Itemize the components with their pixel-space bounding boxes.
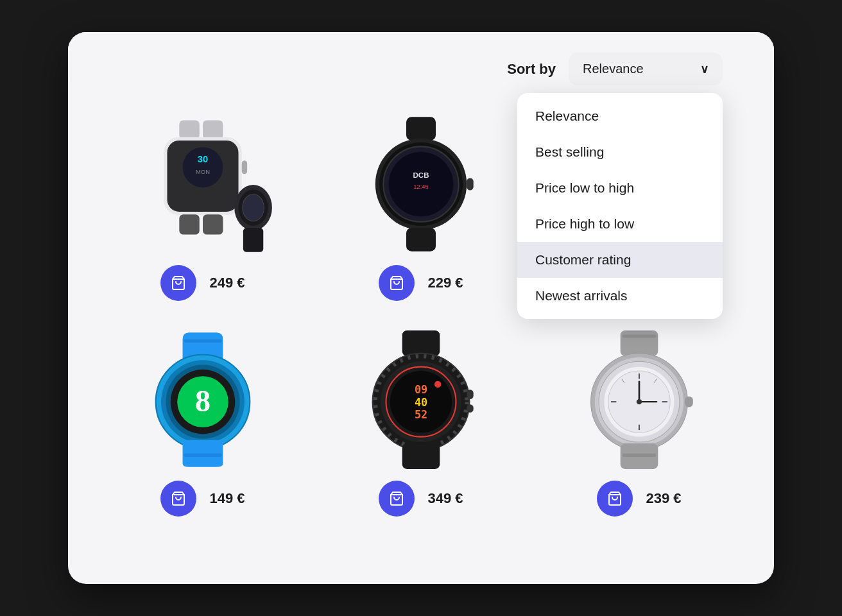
svg-rect-15 xyxy=(406,117,436,141)
product-price-5: 349 € xyxy=(427,490,463,507)
product-footer-2: 229 € xyxy=(379,265,463,301)
svg-rect-78 xyxy=(685,397,693,407)
product-card-5: 09 40 52 349 € xyxy=(312,316,530,532)
add-to-cart-button-2[interactable] xyxy=(379,265,415,301)
svg-point-54 xyxy=(434,381,441,388)
product-footer-4: 149 € xyxy=(160,481,245,517)
cart-icon-2 xyxy=(389,275,404,291)
cart-icon-6 xyxy=(607,491,623,506)
sort-option-price-low-high[interactable]: Price low to high xyxy=(517,170,723,206)
svg-rect-8 xyxy=(179,214,199,234)
svg-text:30: 30 xyxy=(198,154,208,164)
product-image-6 xyxy=(562,329,716,470)
product-footer-6: 239 € xyxy=(597,481,681,517)
product-price-2: 229 € xyxy=(427,275,463,291)
svg-rect-80 xyxy=(623,454,656,457)
svg-text:52: 52 xyxy=(415,408,427,421)
sort-bar: Sort by Relevance ∨ Relevance Best selli… xyxy=(68,32,774,101)
product-price-4: 149 € xyxy=(209,490,245,507)
sort-option-best-selling[interactable]: Best selling xyxy=(517,134,723,170)
svg-rect-22 xyxy=(467,178,473,191)
product-price-1: 249 € xyxy=(209,275,245,291)
sort-option-relevance[interactable]: Relevance xyxy=(517,98,723,134)
product-footer-1: 249 € xyxy=(160,265,245,301)
svg-rect-59 xyxy=(467,404,473,413)
svg-text:MON: MON xyxy=(196,168,210,175)
product-image-1: 30 MON xyxy=(126,114,280,255)
svg-rect-48 xyxy=(402,330,440,356)
svg-text:DCB: DCB xyxy=(413,171,429,179)
product-price-6: 239 € xyxy=(646,490,681,507)
svg-rect-46 xyxy=(184,454,222,457)
svg-point-77 xyxy=(637,399,642,404)
sort-dropdown-button[interactable]: Relevance ∨ xyxy=(569,53,723,85)
cart-icon-5 xyxy=(389,491,404,506)
svg-text:09: 09 xyxy=(415,383,427,396)
svg-rect-7 xyxy=(242,160,247,174)
cart-icon-1 xyxy=(171,275,186,291)
product-image-5: 09 40 52 xyxy=(344,329,498,470)
add-to-cart-button-1[interactable] xyxy=(160,265,196,301)
svg-text:40: 40 xyxy=(415,396,427,409)
svg-text:8: 8 xyxy=(195,384,210,418)
svg-rect-13 xyxy=(243,228,263,252)
svg-rect-39 xyxy=(184,339,222,343)
app-container: Sort by Relevance ∨ Relevance Best selli… xyxy=(68,32,774,584)
svg-rect-62 xyxy=(621,330,658,356)
add-to-cart-button-6[interactable] xyxy=(597,481,633,517)
svg-rect-60 xyxy=(402,443,440,469)
sort-selected-value: Relevance xyxy=(583,62,644,76)
product-card-2: DCB 12:45 229 € xyxy=(312,101,530,316)
svg-rect-9 xyxy=(203,214,223,234)
sort-dropdown-menu: Relevance Best selling Price low to high… xyxy=(517,93,723,319)
svg-rect-23 xyxy=(406,228,436,252)
add-to-cart-button-5[interactable] xyxy=(379,481,415,517)
add-to-cart-button-4[interactable] xyxy=(160,481,196,517)
product-card-6: 239 € xyxy=(530,316,748,532)
sort-option-customer-rating[interactable]: Customer rating xyxy=(517,242,723,278)
svg-point-4 xyxy=(183,147,223,187)
svg-rect-58 xyxy=(467,389,473,399)
chevron-down-icon: ∨ xyxy=(700,62,709,76)
svg-point-12 xyxy=(243,194,264,221)
svg-rect-1 xyxy=(203,120,223,139)
product-card-1: 30 MON xyxy=(94,101,312,316)
sort-option-newest-arrivals[interactable]: Newest arrivals xyxy=(517,278,723,314)
sort-option-price-high-low[interactable]: Price high to low xyxy=(517,206,723,242)
product-card-4: 8 149 € xyxy=(94,316,312,532)
sort-label: Sort by xyxy=(507,61,556,78)
svg-rect-63 xyxy=(623,334,656,338)
cart-icon-4 xyxy=(171,491,186,506)
product-image-4: 8 xyxy=(126,329,280,470)
product-image-2: DCB 12:45 xyxy=(344,114,498,255)
svg-rect-0 xyxy=(179,120,199,139)
svg-text:12:45: 12:45 xyxy=(413,183,429,190)
product-footer-5: 349 € xyxy=(379,481,463,517)
